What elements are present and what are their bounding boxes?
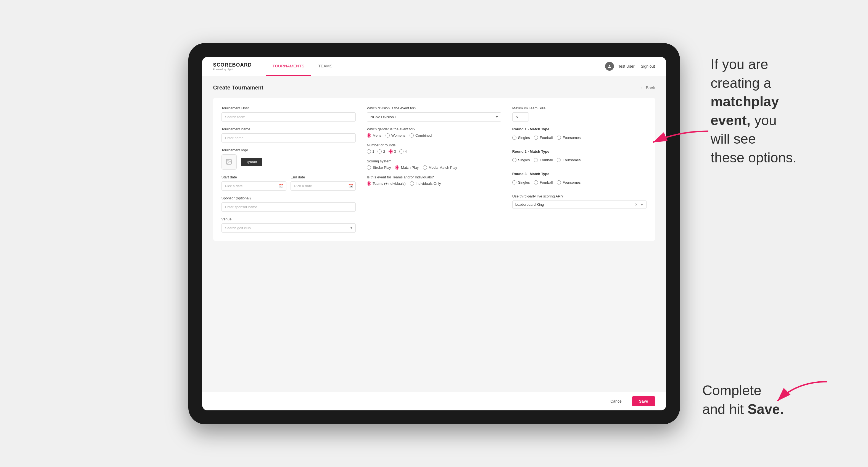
gender-radio-mens[interactable] — [367, 133, 371, 137]
start-date-label: Start date — [221, 175, 287, 179]
teams-radio-individuals[interactable] — [410, 181, 414, 186]
round2-singles-radio[interactable] — [512, 158, 517, 162]
scoring-radio-medal[interactable] — [423, 165, 427, 169]
sponsor-input[interactable] — [221, 203, 356, 212]
sponsor-group: Sponsor (optional) — [221, 196, 356, 212]
gender-option-combined[interactable]: Combined — [409, 133, 432, 137]
round1-match-options: Singles Fourball Foursomes — [512, 135, 647, 140]
gender-option-womens[interactable]: Womens — [385, 133, 405, 137]
end-date-input[interactable] — [290, 181, 356, 191]
start-date-wrapper: 📅 — [221, 181, 287, 191]
round2-fourball-option[interactable]: Fourball — [534, 158, 553, 162]
venue-input[interactable] — [221, 223, 356, 232]
round-option-4[interactable]: 4 — [399, 149, 407, 154]
teams-option-teams[interactable]: Teams (+Individuals) — [367, 181, 406, 186]
tablet-screen: SCOREBOARD Powered by clippi TOURNAMENTS… — [202, 57, 666, 410]
round2-singles-option[interactable]: Singles — [512, 158, 530, 162]
start-date-group: Start date 📅 — [221, 175, 287, 191]
logo-subtitle: Powered by clippi — [213, 68, 252, 71]
round2-singles-label: Singles — [518, 158, 530, 162]
round-option-3[interactable]: 3 — [389, 149, 396, 154]
form-col-1: Tournament Host Tournament name Tourname… — [221, 106, 356, 232]
arrow-top — [650, 128, 711, 152]
main-content: Create Tournament ← Back Tournament Host… — [202, 76, 666, 392]
teams-option-individuals[interactable]: Individuals Only — [410, 181, 441, 186]
tournament-name-label: Tournament name — [221, 127, 356, 131]
api-close-icon[interactable]: × — [635, 203, 638, 207]
scoring-option-medal[interactable]: Medal Match Play — [423, 165, 457, 169]
nav-tab-teams[interactable]: TEAMS — [311, 57, 339, 76]
nav-bar: SCOREBOARD Powered by clippi TOURNAMENTS… — [202, 57, 666, 76]
round3-match-options: Singles Fourball Foursomes — [512, 180, 647, 185]
max-team-size-label: Maximum Team Size — [512, 106, 647, 110]
round-label-2: 2 — [383, 149, 385, 154]
teams-label-individuals: Individuals Only — [415, 181, 441, 186]
cancel-button[interactable]: Cancel — [605, 396, 628, 406]
round2-foursomes-radio[interactable] — [557, 158, 561, 162]
tournament-host-input[interactable] — [221, 113, 356, 122]
upload-button[interactable]: Upload — [241, 158, 262, 166]
page-header: Create Tournament ← Back — [213, 85, 655, 91]
signout-link[interactable]: Sign out — [641, 64, 655, 68]
gender-radio-group: Mens Womens Combined — [367, 133, 501, 137]
round3-fourball-radio[interactable] — [534, 180, 538, 185]
round2-fourball-radio[interactable] — [534, 158, 538, 162]
round-option-2[interactable]: 2 — [377, 149, 385, 154]
gender-group: Which gender is the event for? Mens Wome… — [367, 127, 501, 137]
gender-radio-womens[interactable] — [385, 133, 390, 137]
scoring-group: Scoring system Stroke Play Match Play — [367, 159, 501, 169]
round-radio-1[interactable] — [367, 149, 371, 154]
round1-foursomes-option[interactable]: Foursomes — [557, 135, 581, 140]
api-dropdown-icon[interactable]: ▼ — [641, 203, 644, 207]
svg-point-0 — [609, 65, 610, 66]
rounds-group: Number of rounds 1 2 — [367, 143, 501, 154]
nav-tab-tournaments[interactable]: TOURNAMENTS — [266, 57, 312, 76]
venue-dropdown-icon: ▼ — [350, 226, 353, 230]
round1-foursomes-radio[interactable] — [557, 135, 561, 140]
round-label-4: 4 — [405, 149, 407, 154]
scoring-radio-match[interactable] — [395, 165, 399, 169]
round1-singles-option[interactable]: Singles — [512, 135, 530, 140]
dates-row: Start date 📅 End date 📅 — [221, 175, 356, 191]
api-tag-text: Leaderboard King — [515, 203, 544, 207]
round1-singles-radio[interactable] — [512, 135, 517, 140]
scoring-option-match[interactable]: Match Play — [395, 165, 419, 169]
scoring-option-stroke[interactable]: Stroke Play — [367, 165, 391, 169]
division-select[interactable]: NCAA Division I NCAA Division II NCAA Di… — [367, 113, 501, 122]
scoring-radio-stroke[interactable] — [367, 165, 371, 169]
round-radio-4[interactable] — [399, 149, 403, 154]
round1-fourball-option[interactable]: Fourball — [534, 135, 553, 140]
gender-option-mens[interactable]: Mens — [367, 133, 381, 137]
gender-label-combined: Combined — [415, 133, 432, 137]
back-link[interactable]: ← Back — [641, 85, 655, 90]
round2-foursomes-option[interactable]: Foursomes — [557, 158, 581, 162]
annotation-top-text: If you arecreating amatchplayevent, youw… — [711, 55, 854, 167]
form-container: Tournament Host Tournament name Tourname… — [213, 98, 655, 241]
round3-foursomes-radio[interactable] — [557, 180, 561, 185]
round1-match-type-group: Round 1 - Match Type Singles Fourball — [512, 127, 647, 140]
api-tag[interactable]: Leaderboard King × ▼ — [512, 200, 647, 209]
round3-foursomes-option[interactable]: Foursomes — [557, 180, 581, 185]
round1-fourball-radio[interactable] — [534, 135, 538, 140]
round3-match-type-group: Round 3 - Match Type Singles Fourball — [512, 172, 647, 185]
logo-placeholder — [221, 154, 237, 169]
round3-singles-option[interactable]: Singles — [512, 180, 530, 185]
calendar-icon-end: 📅 — [348, 184, 353, 188]
round-radio-3[interactable] — [389, 149, 393, 154]
round-option-1[interactable]: 1 — [367, 149, 374, 154]
end-date-label: End date — [290, 175, 356, 179]
save-button[interactable]: Save — [632, 396, 655, 406]
gender-radio-combined[interactable] — [409, 133, 414, 137]
max-team-size-input[interactable] — [512, 113, 529, 122]
tournament-logo-label: Tournament logo — [221, 148, 356, 152]
page-title: Create Tournament — [213, 85, 264, 91]
round3-fourball-option[interactable]: Fourball — [534, 180, 553, 185]
round3-singles-radio[interactable] — [512, 180, 517, 185]
start-date-input[interactable] — [221, 181, 287, 191]
round-radio-2[interactable] — [377, 149, 382, 154]
division-group: Which division is the event for? NCAA Di… — [367, 106, 501, 122]
sponsor-label: Sponsor (optional) — [221, 196, 356, 200]
svg-point-2 — [227, 160, 228, 161]
tournament-name-input[interactable] — [221, 133, 356, 143]
teams-radio-teams[interactable] — [367, 181, 371, 186]
